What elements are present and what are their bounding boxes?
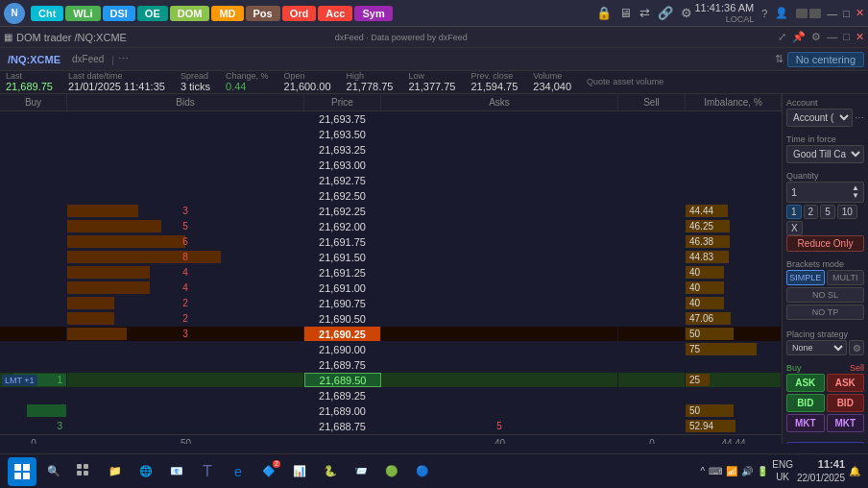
flatten-button[interactable]: FLATTEN [786,442,864,444]
window-close-btn[interactable]: ✕ [856,31,864,43]
price-cell[interactable]: 21,689.25 [304,388,381,403]
table-row[interactable]: 21,693.25 [0,142,782,158]
table-row[interactable]: 21,692.50 [0,188,782,204]
buy-ask-button[interactable]: ASK [786,374,825,392]
price-cell[interactable]: 21,692.25 [304,204,381,218]
settings-icon[interactable]: ⚙ [681,6,692,20]
nav-dom-button[interactable]: DOM [170,6,210,21]
price-cell[interactable]: 21,691.50 [304,250,381,264]
app-icon-1[interactable]: 🔷 2 [255,458,282,485]
maximize-btn[interactable]: □ [843,8,850,19]
table-row[interactable]: 321,690.2550 [0,327,782,342]
sell-ask-button[interactable]: ASK [827,374,865,392]
expand-icon[interactable]: ⤢ [778,31,786,43]
quantity-input[interactable]: 1 ▲ ▼ [786,182,864,203]
table-row[interactable]: 821,691.5044.83 [0,250,782,265]
minimize-btn[interactable]: — [827,8,837,19]
notification-icon[interactable]: 🔔 [849,466,860,476]
nav-ord-button[interactable]: Ord [282,6,317,21]
account-select[interactable]: Account (U... [786,109,853,127]
lang-region[interactable]: ENG UK [772,458,793,483]
file-explorer-button[interactable]: 📁 [102,458,129,485]
buy-bid-button[interactable]: BID [786,394,825,412]
price-cell[interactable]: 21,693.25 [304,142,381,157]
table-row[interactable]: 21,693.00 [0,158,782,173]
price-cell[interactable]: 21,691.00 [304,281,381,295]
lock-icon[interactable]: 🔒 [596,6,612,20]
simple-bracket-btn[interactable]: SIMPLE [786,270,825,285]
qty-btn-1[interactable]: 1 [786,205,802,219]
taskview-button[interactable] [71,458,98,485]
nav-cht-button[interactable]: Cht [31,6,63,21]
user-icon[interactable]: 👤 [775,7,788,19]
price-cell[interactable]: 21,689.50 [304,373,381,387]
strategy-gear-icon[interactable]: ⚙ [849,340,864,355]
monitor-icon[interactable]: 🖥 [619,6,632,20]
teams-button[interactable]: T [194,458,221,485]
time-in-force-select[interactable]: Good Till Can [786,145,864,163]
app-icon-4[interactable]: 📨 [348,458,374,485]
window-settings-icon[interactable]: ⚙ [811,31,821,43]
pin-icon[interactable]: 📌 [792,31,806,43]
menu-dots-icon[interactable]: ⋯ [118,53,129,65]
qty-btn-2[interactable]: 2 [804,205,819,219]
table-row[interactable]: 21,689.75 [0,357,782,373]
app-logo[interactable]: N [4,3,25,24]
no-tp-button[interactable]: NO TP [786,305,864,320]
price-cell[interactable]: 21,690.50 [304,311,381,326]
app-icon-3[interactable]: 🐍 [317,458,344,485]
symbol-label[interactable]: /NQ:XCME [4,54,64,65]
qty-down-arrow[interactable]: ▼ [852,192,859,200]
dom-table-body[interactable]: 21,693.7521,693.5021,693.2521,693.0021,6… [0,111,782,434]
nav-dsi-button[interactable]: DSI [103,6,135,21]
volume-icon[interactable]: 🔊 [741,466,753,476]
table-row[interactable]: 621,691.7546.38 [0,234,782,250]
price-cell[interactable]: 21,693.75 [304,111,381,126]
price-cell[interactable]: 21,693.00 [304,158,381,172]
reduce-only-button[interactable]: Reduce Only [786,235,864,252]
price-cell[interactable]: 21,692.00 [304,219,381,233]
table-row[interactable]: 521,692.0046.25 [0,219,782,234]
browser-button[interactable]: 🌐 [133,458,159,485]
window-maximize-btn[interactable]: □ [843,31,850,43]
qty-btn-10[interactable]: 10 [837,205,857,219]
table-row[interactable]: 321,692.2544.44 [0,204,782,219]
multi-bracket-btn[interactable]: MULTI [827,270,865,285]
keyboard-icon[interactable]: ⌨ [709,466,722,476]
nav-md-button[interactable]: MD [211,6,243,21]
nav-acc-button[interactable]: Acc [318,6,352,21]
buy-mkt-button[interactable]: MKT [786,414,825,432]
app-icon-5[interactable]: 🟢 [378,458,405,485]
edge-button[interactable]: e [225,458,252,485]
mail-button[interactable]: 📧 [163,458,190,485]
price-cell[interactable]: 21,691.25 [304,265,381,280]
tray-icon-1[interactable]: ^ [701,466,706,476]
nav-pos-button[interactable]: Pos [246,6,280,21]
battery-icon[interactable]: 🔋 [757,466,768,476]
table-row[interactable]: 421,691.0040 [0,281,782,296]
table-row[interactable]: 21,690.0075 [0,342,782,357]
price-cell[interactable]: 21,692.50 [304,188,381,203]
search-taskbar-button[interactable]: 🔍 [40,458,67,485]
price-cell[interactable]: 21,690.00 [304,342,381,356]
no-sl-button[interactable]: NO SL [786,287,864,303]
price-cell[interactable]: 21,690.75 [304,296,381,310]
sell-mkt-button[interactable]: MKT [827,414,865,432]
price-cell[interactable]: 21,690.25 [304,327,381,341]
close-btn[interactable]: ✕ [856,7,864,19]
swap-icon[interactable]: ⇄ [639,6,650,20]
link-icon[interactable]: 🔗 [658,6,673,20]
help-icon[interactable]: ? [761,8,767,19]
table-row[interactable]: 421,691.2540 [0,265,782,281]
dom-table-container[interactable]: Buy Bids Price Asks Sell Imbalance, % 21… [0,94,782,444]
price-cell[interactable]: 21,692.75 [304,173,381,187]
centering-button[interactable]: No centering [787,52,864,67]
nav-wli-button[interactable]: WLi [65,6,100,21]
table-row[interactable]: 1LMT +121,689.5025 [0,373,782,388]
sell-bid-button[interactable]: BID [827,394,865,412]
price-cell[interactable]: 21,691.75 [304,234,381,249]
taskbar-clock[interactable]: 11:41 22/01/2025 [797,457,845,485]
start-button[interactable] [8,457,36,486]
strategy-select[interactable]: None [786,340,847,355]
nav-sym-button[interactable]: Sym [354,6,392,21]
